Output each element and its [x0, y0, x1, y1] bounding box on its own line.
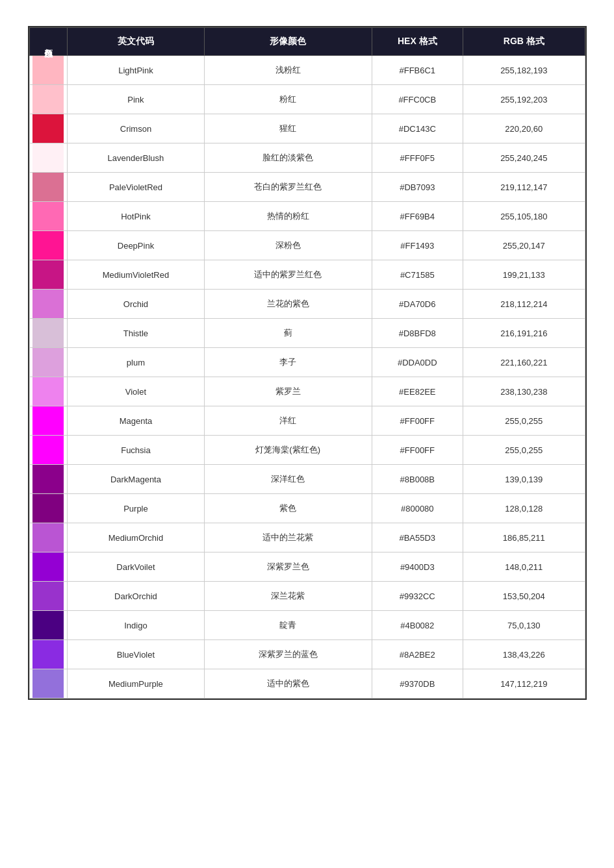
color-name: Thistle — [68, 319, 205, 348]
color-description: 苍白的紫罗兰红色 — [204, 173, 372, 202]
color-swatch — [32, 319, 64, 347]
color-table: 颜色 英文代码 形像颜色 HEX 格式 RGB 格式 LightPink浅粉红#… — [29, 27, 585, 699]
color-rgb: 75,0,130 — [463, 611, 585, 640]
color-swatch — [32, 465, 64, 493]
color-swatch — [32, 582, 64, 610]
color-name: Orchid — [68, 290, 205, 319]
color-swatch — [32, 377, 64, 406]
color-swatch — [32, 669, 64, 698]
color-hex: #FF69B4 — [372, 202, 463, 231]
color-swatch-cell — [29, 582, 68, 611]
color-swatch — [32, 56, 64, 84]
color-swatch — [32, 436, 64, 464]
table-row: Orchid兰花的紫色#DA70D6218,112,214 — [29, 290, 585, 319]
color-hex: #D8BFD8 — [372, 319, 463, 348]
color-swatch — [32, 114, 64, 143]
color-name: DarkVoilet — [68, 552, 205, 582]
color-swatch-cell — [29, 85, 68, 114]
color-swatch-cell — [29, 523, 68, 552]
color-hex: #800080 — [372, 494, 463, 523]
color-swatch-cell — [29, 231, 68, 260]
color-hex: #9370DB — [372, 669, 463, 699]
table-row: Violet紫罗兰#EE82EE238,130,238 — [29, 377, 585, 406]
table-row: MediumVioletRed适中的紫罗兰红色#C71585199,21,133 — [29, 260, 585, 290]
color-description: 粉红 — [204, 85, 372, 114]
color-hex: #FFF0F5 — [372, 143, 463, 173]
color-hex: #DA70D6 — [372, 290, 463, 319]
table-row: BlueViolet深紫罗兰的蓝色#8A2BE2138,43,226 — [29, 640, 585, 669]
color-hex: #8A2BE2 — [372, 640, 463, 669]
color-swatch — [32, 143, 64, 172]
color-name: LavenderBlush — [68, 143, 205, 173]
table-row: Indigo靛青#4B008275,0,130 — [29, 611, 585, 640]
color-swatch-cell — [29, 611, 68, 640]
color-description: 靛青 — [204, 611, 372, 640]
color-rgb: 128,0,128 — [463, 494, 585, 523]
color-hex: #DDA0DD — [372, 348, 463, 377]
table-row: DarkMagenta深洋红色#8B008B139,0,139 — [29, 465, 585, 494]
color-swatch — [32, 552, 64, 581]
color-swatch-cell — [29, 290, 68, 319]
color-name: PaleVioletRed — [68, 173, 205, 202]
color-swatch — [32, 611, 64, 639]
color-description: 蓟 — [204, 319, 372, 348]
table-row: Thistle蓟#D8BFD8216,191,216 — [29, 319, 585, 348]
table-row: DeepPink深粉色#FF1493255,20,147 — [29, 231, 585, 260]
color-swatch-cell — [29, 436, 68, 465]
color-rgb: 199,21,133 — [463, 260, 585, 290]
color-hex: #FF00FF — [372, 406, 463, 436]
color-rgb: 255,240,245 — [463, 143, 585, 173]
color-swatch-cell — [29, 319, 68, 348]
color-swatch-cell — [29, 143, 68, 173]
color-rgb: 255,20,147 — [463, 231, 585, 260]
color-swatch-cell — [29, 202, 68, 231]
color-rgb: 139,0,139 — [463, 465, 585, 494]
color-swatch — [32, 290, 64, 318]
table-row: DarkOrchid深兰花紫#9932CC153,50,204 — [29, 582, 585, 611]
color-description: 深兰花紫 — [204, 582, 372, 611]
color-swatch-cell — [29, 260, 68, 290]
color-description: 浅粉红 — [204, 56, 372, 85]
table-row: DarkVoilet深紫罗兰色#9400D3148,0,211 — [29, 552, 585, 582]
color-name: Violet — [68, 377, 205, 406]
color-description: 脸红的淡紫色 — [204, 143, 372, 173]
color-hex: #DC143C — [372, 114, 463, 143]
color-hex: #FFB6C1 — [372, 56, 463, 85]
color-swatch-cell — [29, 406, 68, 436]
color-hex: #EE82EE — [372, 377, 463, 406]
color-description: 兰花的紫色 — [204, 290, 372, 319]
color-name: MediumOrchid — [68, 523, 205, 552]
color-description: 适中的紫罗兰红色 — [204, 260, 372, 290]
table-row: HotPink热情的粉红#FF69B4255,105,180 — [29, 202, 585, 231]
color-name: Crimson — [68, 114, 205, 143]
color-hex: #DB7093 — [372, 173, 463, 202]
color-swatch — [32, 406, 64, 435]
color-swatch-cell — [29, 494, 68, 523]
color-swatch-cell — [29, 669, 68, 699]
color-description: 适中的兰花紫 — [204, 523, 372, 552]
color-rgb: 255,0,255 — [463, 436, 585, 465]
color-description: 紫罗兰 — [204, 377, 372, 406]
color-name: Indigo — [68, 611, 205, 640]
color-rgb: 219,112,147 — [463, 173, 585, 202]
color-description: 猩红 — [204, 114, 372, 143]
color-description: 紫色 — [204, 494, 372, 523]
color-swatch — [32, 85, 64, 114]
color-name: Purple — [68, 494, 205, 523]
color-rgb: 255,192,203 — [463, 85, 585, 114]
color-name: DarkMagenta — [68, 465, 205, 494]
color-name: Fuchsia — [68, 436, 205, 465]
table-row: Magenta洋红#FF00FF255,0,255 — [29, 406, 585, 436]
color-rgb: 221,160,221 — [463, 348, 585, 377]
color-description: 适中的紫色 — [204, 669, 372, 699]
color-description: 深紫罗兰的蓝色 — [204, 640, 372, 669]
color-swatch-cell — [29, 114, 68, 143]
color-hex: #FF1493 — [372, 231, 463, 260]
color-hex: #C71585 — [372, 260, 463, 290]
color-hex: #FF00FF — [372, 436, 463, 465]
color-table-wrapper: 颜色 英文代码 形像颜色 HEX 格式 RGB 格式 LightPink浅粉红#… — [28, 26, 587, 700]
color-swatch-cell — [29, 640, 68, 669]
color-swatch — [32, 260, 64, 289]
header-hex: HEX 格式 — [372, 28, 463, 56]
color-name: Pink — [68, 85, 205, 114]
